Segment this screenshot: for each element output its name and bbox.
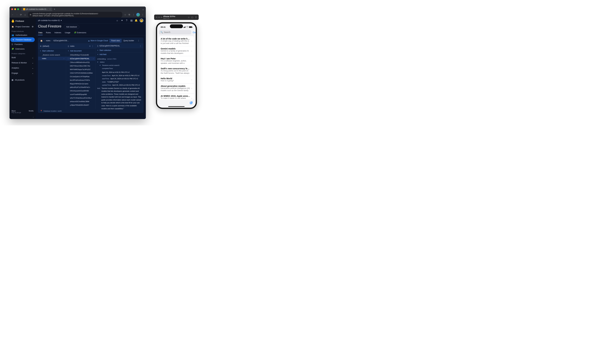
item-menu-icon[interactable]: ⋮ (67, 58, 69, 60)
browser-tab[interactable]: pfr-codelab-fvs-mobile-01 - × (21, 7, 52, 11)
profile-avatar-icon[interactable] (136, 13, 140, 17)
query-builder-toggle[interactable]: Query builder (122, 39, 136, 43)
sidebar-all-products[interactable]: ▦ All products (9, 78, 36, 82)
document-item[interactable]: kbJJPFafXmb5utuCFWOx (66, 78, 95, 82)
document-item[interactable]: y26jksfYBSd83Rv30sWY (66, 103, 95, 107)
note-row[interactable]: Hey! I am PeterI'm a software engineer, … (159, 56, 194, 66)
collapse-sidebar-icon[interactable]: ‹ (9, 115, 36, 119)
url-input[interactable]: ⚙ console.firebase.google.com/project/pf… (28, 12, 122, 18)
sidebar-category-release-monitor[interactable]: Release & Monitor⌄ (9, 60, 36, 65)
firebase-logo[interactable]: Firebase (9, 17, 36, 24)
modify-plan-button[interactable]: Modify (29, 110, 34, 113)
tab-rules[interactable]: Rules (46, 30, 51, 35)
user-avatar-icon[interactable]: 🧑 (140, 18, 143, 22)
help-icon[interactable]: ? (125, 19, 128, 22)
compose-icon[interactable] (189, 101, 193, 105)
close-tab-icon[interactable]: × (49, 8, 51, 10)
maximize-window-icon[interactable] (17, 8, 19, 10)
home-indicator[interactable] (168, 106, 185, 107)
note-row[interactable]: At WWDC 2019, Apple announced…To make it… (159, 94, 194, 100)
feedback-icon[interactable]: ▤ (130, 19, 133, 22)
home-icon[interactable]: 🏠 (40, 40, 43, 42)
back-icon[interactable]: ← (11, 14, 14, 16)
sim-home-icon[interactable]: ⌂ (188, 16, 189, 19)
add-database-button[interactable]: Add database (64, 25, 79, 29)
gear-icon[interactable]: ⚙ (32, 26, 34, 28)
tab-usage[interactable]: Usage (64, 30, 71, 35)
document-item[interactable]: OSGYXPF4F2K6NWmS3Rbh (66, 71, 95, 75)
tab-extensions[interactable]: Extensions (74, 30, 87, 35)
field-value: "COMPLETED" (107, 81, 119, 84)
forward-icon[interactable]: → (16, 14, 18, 16)
more-in-cloud-link[interactable]: ☁ More in Google Cloud (88, 40, 108, 42)
document-item[interactable]: wHaeorE0CIedtWaCIBMr (66, 100, 95, 103)
spark-icon[interactable]: ✦ (121, 19, 123, 22)
document-item[interactable]: OUJsdQa6vLV4T8IqR6ak (66, 75, 95, 78)
search-input[interactable]: 🔍 (159, 30, 191, 35)
field-row[interactable]: completeTime: April 24, 2024 at 4:55:31 … (97, 67, 141, 74)
add-field-button[interactable]: + Add field (96, 52, 143, 57)
document-item[interactable]: tVKnHcjvwlnhOoe09VB3 (66, 89, 95, 93)
panel-view-toggle[interactable]: Panel view (109, 39, 122, 43)
reload-icon[interactable]: ⟳ (20, 14, 22, 16)
sim-screenshot-icon[interactable]: ◻ (191, 16, 193, 19)
note-row[interactable]: Hello WorldHow is it going?› (159, 76, 194, 84)
sidebar-item-extensions[interactable]: 🧩Extensions (9, 47, 36, 51)
sidebar-item-firestore-database[interactable]: ≋Firestore Database (10, 37, 35, 42)
collection-item[interactable]: notes› (38, 57, 66, 60)
document-item[interactable]: vzsrfrTsa6thBSpapN6l (66, 93, 95, 96)
sidebar-project-overview[interactable]: 🏠 Project Overview ⚙ (9, 24, 36, 29)
tab-indexes[interactable]: Indexes (54, 30, 62, 35)
breadcrumb-doc[interactable]: 6ZDaUg9t4VO5l… (53, 40, 69, 42)
note-row[interactable]: Gemini modelsGemini is a family of gener… (159, 46, 194, 56)
tab-data[interactable]: Data (38, 30, 43, 35)
collection-item[interactable]: _firestore-vector-search (38, 53, 66, 57)
menu-icon[interactable]: ⋮ (92, 45, 94, 47)
field-row[interactable]: updateTime: April 24, 2024 at 4:55:31 PM… (97, 84, 141, 87)
document-item[interactable]: li5gqJcNtHeQmJyLkpea (66, 82, 95, 86)
theme-icon[interactable]: ☼ (116, 19, 118, 22)
start-collection-button[interactable]: + Start collection (38, 49, 66, 53)
bookmark-icon[interactable]: ☆ (124, 14, 126, 16)
home-icon[interactable]: ⌂ (24, 14, 26, 16)
browser-menu-icon[interactable]: ⋮ (141, 14, 144, 16)
document-item[interactable]: EB2Yh9xw1S6ecCBlC7Ae (66, 64, 95, 68)
new-tab-button[interactable]: + (54, 8, 55, 10)
document-item[interactable]: ⋮6ZDaUg9t4VO5lbPREAIL› (66, 57, 95, 61)
document-item[interactable]: 243ee9h6kpv7Zzdxdo9D (66, 53, 95, 57)
document-item[interactable]: MI4YkM6Olapw7aLWVyDZ (66, 68, 95, 71)
collapse-icon[interactable]: ▾ (97, 61, 99, 64)
sidebar-item-functions[interactable]: ⟨⟩Functions (9, 42, 36, 47)
sidebar-item-authentication[interactable]: 👥Authentication (9, 33, 36, 37)
more-menu-icon[interactable]: ⋮ (136, 39, 141, 43)
sidebar-category-analytics[interactable]: Analytics⌄ (9, 65, 36, 71)
project-selector[interactable]: pfr-codelab-fvs-mobile-01 ▾ (38, 19, 62, 22)
start-subcollection-button[interactable]: + Start collection (96, 48, 143, 52)
collapse-icon[interactable]: ▾ (100, 64, 101, 67)
close-window-icon[interactable] (11, 8, 13, 10)
document-item[interactable]: CMucncMB0a6mtHuoD2ji (66, 61, 95, 64)
document-item[interactable]: wSz7CXDqGAeuuKOe1MuJ (66, 96, 95, 100)
cancel-button[interactable]: Cancel (193, 31, 196, 34)
tabs-dropdown-icon[interactable]: ⌄ (142, 8, 144, 11)
note-row[interactable]: Swift's new concurrency features…As Doug… (159, 66, 194, 76)
note-row[interactable]: About generative modelsGenerative artifi… (159, 84, 194, 94)
site-settings-icon[interactable]: ⚙ (30, 14, 31, 16)
extensions-icon[interactable]: ⧉ (128, 13, 131, 16)
notifications-icon[interactable]: 🔔 (135, 19, 138, 22)
minimize-window-icon[interactable] (14, 8, 16, 10)
breadcrumb-collection[interactable]: notes (46, 40, 51, 42)
add-document-button[interactable]: + Add document (66, 49, 95, 53)
sim-share-icon[interactable]: ⇪ (195, 16, 197, 19)
filter-icon[interactable]: ≡ (89, 45, 90, 47)
field-row[interactable]: state: "COMPLETED" (97, 80, 141, 84)
field-row[interactable]: startTime: April 24, 2024 at 4:55:31 PM … (97, 77, 141, 80)
field-row[interactable]: createTime: April 24, 2024 at 4:55:21 PM… (97, 74, 141, 77)
notes-list[interactable]: A lot of the code we write has to de…A s… (159, 36, 194, 100)
search-field[interactable] (164, 31, 190, 33)
document-item[interactable]: qWzv0FyKTqYl0wR8YaCc (66, 86, 95, 89)
menu-icon[interactable]: ⋮ (140, 45, 141, 47)
note-row[interactable]: A lot of the code we write has to de…A s… (159, 36, 194, 46)
sidebar-category-engage[interactable]: Engage⌄ (9, 71, 36, 76)
sidebar-category-build[interactable]: Build⌄ (9, 55, 36, 60)
